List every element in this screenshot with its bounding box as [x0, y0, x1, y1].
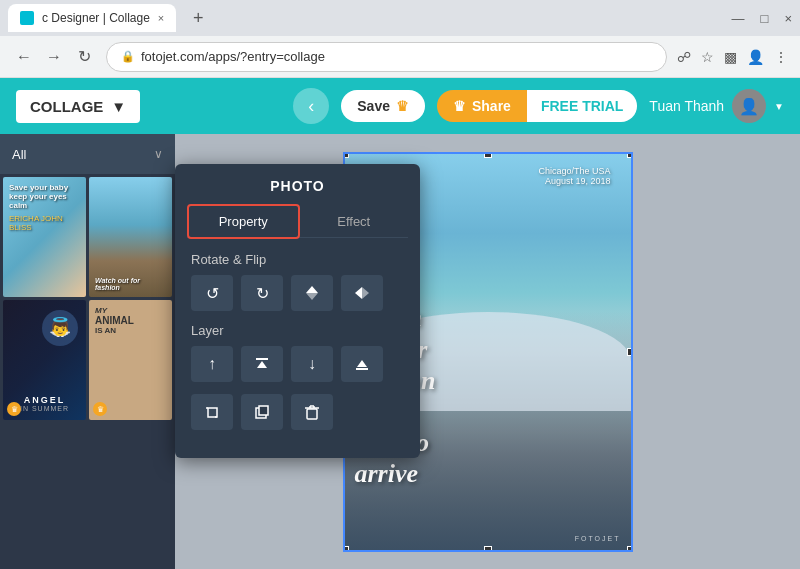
svg-marker-2 — [306, 286, 318, 293]
avatar: 👤 — [732, 89, 766, 123]
photo-popup: PHOTO Property Effect Rotate & Flip ↺ ↻ — [175, 164, 420, 458]
flip-vertical-button[interactable] — [291, 275, 333, 311]
canvas-location-text: Chicago/The USA August 19, 2018 — [538, 166, 610, 186]
handle-bottom-right[interactable] — [627, 546, 633, 552]
svg-marker-4 — [355, 287, 362, 299]
tab-close-button[interactable]: × — [158, 12, 164, 24]
svg-marker-3 — [306, 293, 318, 300]
address-text: fotojet.com/apps/?entry=collage — [141, 49, 325, 64]
premium-badge: ♛ — [7, 402, 21, 416]
handle-top-right[interactable] — [627, 152, 633, 158]
tab-favicon — [20, 11, 34, 25]
forward-nav-button[interactable]: → — [42, 45, 66, 69]
svg-rect-14 — [259, 406, 268, 415]
share-button[interactable]: ♛ Share — [437, 90, 527, 122]
extension-icon[interactable]: ▩ — [724, 49, 737, 65]
svg-text:👼: 👼 — [49, 316, 72, 338]
photo-popup-title: PHOTO — [175, 164, 420, 206]
close-button[interactable]: × — [784, 11, 792, 26]
crop-icon — [203, 403, 221, 421]
address-bar[interactable]: 🔒 fotojet.com/apps/?entry=collage — [106, 42, 667, 72]
duplicate-button[interactable] — [241, 394, 283, 430]
handle-top-left[interactable] — [343, 152, 349, 158]
browser-titlebar: c Designer | Collage × + — □ × — [0, 0, 800, 36]
list-item[interactable]: MY ANIMAL IS AN ♛ — [89, 300, 172, 420]
undo-back-button[interactable]: ‹ — [293, 88, 329, 124]
list-item[interactable]: Save your baby keep your eyes calm ERICH… — [3, 177, 86, 297]
thumbnail-text: Watch out for fashion — [95, 277, 166, 291]
translate-icon[interactable]: ☍ — [677, 49, 691, 65]
app-toolbar: COLLAGE ▼ ‹ Save ♛ ♛ Share FREE TRIAL Tu… — [0, 78, 800, 134]
back-arrow-icon: ‹ — [308, 96, 314, 117]
share-crown-icon: ♛ — [453, 98, 466, 114]
user-name: Tuan Thanh — [649, 98, 724, 114]
crop-button[interactable] — [191, 394, 233, 430]
user-area[interactable]: Tuan Thanh 👤 ▼ — [649, 89, 784, 123]
flip-vertical-icon — [303, 284, 321, 302]
flip-horizontal-icon — [353, 284, 371, 302]
bring-to-front-icon — [253, 355, 271, 373]
tab-property[interactable]: Property — [187, 204, 300, 239]
collage-chevron-icon: ▼ — [111, 98, 126, 115]
send-backward-button[interactable]: ↓ — [291, 346, 333, 382]
canvas-watermark: FOTOJET — [575, 535, 621, 542]
save-button[interactable]: Save ♛ — [341, 90, 425, 122]
reload-button[interactable]: ↻ — [72, 45, 96, 69]
browser-window-controls: — □ × — [732, 11, 792, 26]
list-item[interactable]: Watch out for fashion — [89, 177, 172, 297]
svg-marker-8 — [357, 360, 367, 367]
delete-icon — [303, 403, 321, 421]
send-to-back-icon — [353, 355, 371, 373]
bookmark-icon[interactable]: ☆ — [701, 49, 714, 65]
free-trial-button[interactable]: FREE TRIAL — [527, 90, 637, 122]
maximize-button[interactable]: □ — [761, 11, 769, 26]
rotate-left-button[interactable]: ↺ — [191, 275, 233, 311]
bring-to-front-button[interactable] — [241, 346, 283, 382]
share-group: ♛ Share FREE TRIAL — [437, 90, 637, 122]
free-trial-label: FREE TRIAL — [541, 98, 623, 114]
handle-bottom-left[interactable] — [343, 546, 349, 552]
svg-marker-7 — [257, 361, 267, 368]
lock-icon: 🔒 — [121, 50, 135, 63]
action-buttons — [175, 394, 420, 442]
bring-forward-button[interactable]: ↑ — [191, 346, 233, 382]
browser-addressbar: ← → ↻ 🔒 fotojet.com/apps/?entry=collage … — [0, 36, 800, 78]
save-label: Save — [357, 98, 390, 114]
browser-tab[interactable]: c Designer | Collage × — [8, 4, 176, 32]
layer-label: Layer — [175, 323, 420, 346]
duplicate-icon — [253, 403, 271, 421]
handle-bottom-middle[interactable] — [484, 546, 492, 552]
main-content: All ∨ Save your baby keep your eyes calm… — [0, 134, 800, 569]
list-item[interactable]: 👼 ANGEL IN SUMMER ♛ — [3, 300, 86, 420]
tab-effect[interactable]: Effect — [300, 206, 409, 237]
canvas-city: Chicago/The USA — [538, 166, 610, 176]
handle-top-middle[interactable] — [484, 152, 492, 158]
rotate-flip-buttons: ↺ ↻ — [175, 275, 420, 323]
thumbnail-subtitle: IN SUMMER — [20, 405, 69, 412]
browser-extension-buttons: ☍ ☆ ▩ 👤 ⋮ — [677, 49, 788, 65]
user-chevron-icon: ▼ — [774, 101, 784, 112]
premium-badge: ♛ — [93, 402, 107, 416]
sidebar-filter[interactable]: All ∨ — [0, 134, 175, 174]
profile-icon[interactable]: 👤 — [747, 49, 764, 65]
collage-label: COLLAGE — [30, 98, 103, 115]
flip-horizontal-button[interactable] — [341, 275, 383, 311]
save-crown-icon: ♛ — [396, 98, 409, 114]
menu-icon[interactable]: ⋮ — [774, 49, 788, 65]
rotate-flip-label: Rotate & Flip — [175, 252, 420, 275]
minimize-button[interactable]: — — [732, 11, 745, 26]
delete-button[interactable] — [291, 394, 333, 430]
svg-rect-15 — [307, 409, 317, 419]
send-to-back-button[interactable] — [341, 346, 383, 382]
new-tab-button[interactable]: + — [184, 4, 212, 32]
thumbnail-title: ANGEL — [24, 395, 66, 405]
canvas-date: August 19, 2018 — [538, 176, 610, 186]
photo-tabs: Property Effect — [187, 206, 408, 238]
filter-chevron-icon: ∨ — [154, 147, 163, 161]
rotate-right-button[interactable]: ↻ — [241, 275, 283, 311]
back-nav-button[interactable]: ← — [12, 45, 36, 69]
collage-menu-button[interactable]: COLLAGE ▼ — [16, 90, 140, 123]
nav-buttons: ← → ↻ — [12, 45, 96, 69]
svg-marker-5 — [362, 287, 369, 299]
handle-middle-right[interactable] — [627, 348, 633, 356]
